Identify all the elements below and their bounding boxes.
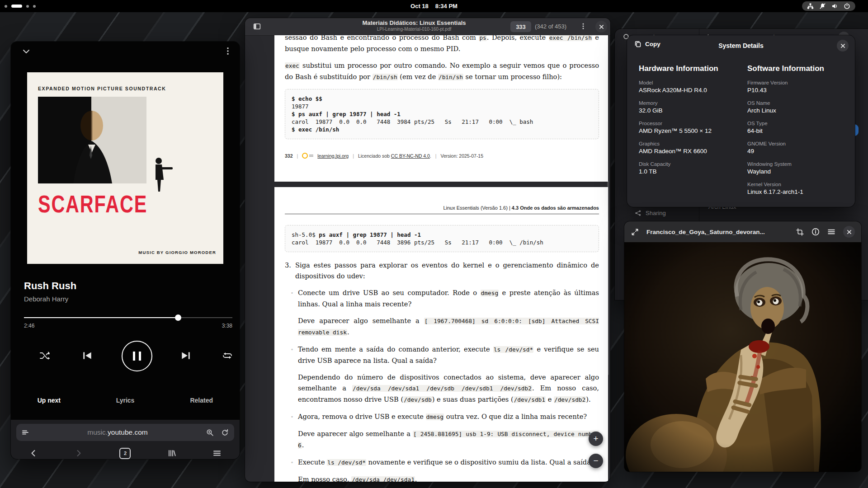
progress-played (24, 317, 178, 318)
close-icon[interactable] (837, 40, 849, 52)
code-block: sh-5.0$ ps auxf | grep 19877 | head -1ca… (285, 225, 599, 252)
album-art[interactable]: EXPANDED MOTION PICTURE SOUNDTRACK SCARF… (27, 72, 223, 264)
info-value: 64-bit (747, 127, 843, 134)
bullet-marker: ◦ (291, 287, 298, 310)
pdf-header: Materiais Didáticos: Linux Essentials LP… (245, 18, 610, 36)
exercise-step: ◦Execute ls /dev/sd* novamente e verifiq… (291, 457, 599, 468)
clock[interactable]: Oct 18 8:34 PM (0, 0, 868, 12)
info-icon[interactable] (811, 228, 820, 236)
exercise-step: ◦Agora, remova o drive USB e execute dme… (291, 411, 599, 422)
pause-button[interactable] (122, 341, 152, 371)
player-tabs: Up next Lyrics Related (11, 397, 240, 404)
info-value: 32.0 GiB (639, 107, 735, 114)
album-title-text: SCARFACE (38, 190, 147, 218)
find-in-page-icon[interactable] (206, 429, 214, 436)
system-tray[interactable] (802, 1, 855, 11)
info-value: P10.43 (747, 87, 843, 94)
previous-icon[interactable] (81, 350, 93, 361)
step-text: Conecte um drive USB ao seu computador. … (298, 287, 599, 310)
close-icon[interactable] (595, 21, 607, 33)
exercise-steps: ◦Conecte um drive USB ao seu computador.… (285, 287, 599, 482)
menu-icon[interactable] (212, 449, 222, 458)
menu-icon[interactable] (827, 228, 835, 236)
scrollbar[interactable] (607, 181, 609, 375)
volume-icon[interactable] (831, 3, 838, 9)
running-header: Linux Essentials (Versão 1.6) | 4.3 Onde… (285, 205, 599, 211)
info-label: Disk Capacity (639, 161, 735, 167)
zoom-in-button[interactable]: + (589, 432, 603, 446)
song-artist[interactable]: Deborah Harry (24, 295, 68, 303)
system-details-dialog: Copy System Details Hardware Information… (627, 35, 855, 207)
sidebar-toggle-icon[interactable] (253, 23, 261, 30)
library-icon[interactable] (167, 449, 176, 458)
album-header-text: EXPANDED MOTION PICTURE SOUNDTRACK (38, 86, 166, 91)
step-answer: Deve aparecer algo semelhante a [ 1967.7… (298, 315, 599, 338)
tab-counter[interactable]: 2 (119, 448, 131, 459)
tab-lyrics[interactable]: Lyrics (87, 397, 164, 404)
info-label: Firmware Version (747, 80, 843, 85)
sidebar-item-label: Sharing (646, 210, 666, 216)
next-icon[interactable] (180, 350, 192, 361)
section-title: Software Information (747, 64, 843, 73)
footer-separator: | (353, 153, 354, 159)
info-value: 1.0 TB (639, 168, 735, 175)
info-label: OS Name (747, 100, 843, 106)
dialog-title: System Details (627, 35, 855, 56)
notifications-off-icon[interactable] (819, 3, 826, 9)
browser-chrome: music.youtube.com 2 (11, 420, 240, 459)
tab-up-next[interactable]: Up next (11, 397, 87, 404)
info-label: Processor (639, 121, 735, 126)
code-line: 19877 (292, 103, 592, 110)
info-value: 49 (747, 148, 843, 155)
progress-handle[interactable] (175, 314, 181, 321)
info-value: Arch Linux (747, 107, 843, 114)
progress-bar[interactable] (24, 315, 232, 320)
more-options-icon[interactable] (580, 23, 587, 30)
info-value: AMD Ryzen™ 5 5500 × 12 (639, 127, 735, 134)
info-label: Graphics (639, 141, 735, 146)
info-value: Linux 6.17.2-arch1-1 (747, 188, 843, 195)
sidebar-item-sharing[interactable]: Sharing (635, 210, 666, 216)
page-number-input[interactable]: 333 (510, 21, 531, 32)
code-line: sh-5.0$ ps auxf | grep 19877 | head -1 (292, 231, 592, 239)
reader-mode-icon[interactable] (22, 429, 29, 436)
footer-version: Version: 2025-07-15 (440, 153, 483, 159)
hardware-info-section: Hardware Information ModelASRock A320M-H… (639, 59, 735, 195)
share-icon (635, 210, 642, 216)
pdf-page-333[interactable]: Linux Essentials (Versão 1.6) | 4.3 Onde… (274, 187, 608, 482)
step-text: Execute ls /dev/sd* novamente e verifiqu… (298, 457, 599, 468)
close-icon[interactable] (843, 226, 855, 238)
total-time: 3:38 (222, 323, 232, 329)
crop-icon[interactable] (796, 228, 804, 236)
goya-saturn-painting[interactable] (624, 242, 861, 472)
pdf-title-block: Materiais Didáticos: Linux Essentials LP… (335, 19, 493, 32)
info-label: Memory (639, 100, 735, 106)
url-text[interactable]: music.youtube.com (29, 428, 206, 436)
url-bar[interactable]: music.youtube.com (16, 424, 234, 441)
reload-icon[interactable] (221, 429, 229, 436)
software-info-section: Software Information Firmware VersionP10… (747, 59, 843, 195)
network-icon[interactable] (807, 3, 814, 9)
song-title: Rush Rush (24, 280, 76, 292)
zoom-out-button[interactable]: − (589, 454, 603, 468)
back-icon[interactable] (29, 449, 38, 458)
footer-brand-link[interactable]: learning.lpi.org (317, 153, 349, 159)
exercise-step: ◦Tendo em mente a saída do comando anter… (291, 344, 599, 366)
clock-time: 8:34 PM (435, 3, 458, 9)
footer-page-number: 332 (285, 153, 293, 159)
pdf-page-332[interactable]: sessão do Bash e encontrando o processo … (274, 35, 608, 182)
footer-license: Licenciado sob CC BY-NC-ND 4.0. (358, 153, 431, 159)
repeat-icon[interactable] (222, 351, 233, 361)
image-title: Francisco_de_Goya,_Saturno_devoran... (646, 229, 792, 235)
forward-icon (74, 449, 83, 458)
more-options-icon[interactable] (223, 47, 232, 56)
chevron-down-icon[interactable] (21, 46, 32, 57)
shuffle-icon[interactable] (39, 351, 51, 361)
fullscreen-icon[interactable] (631, 228, 639, 236)
paragraph: sessão do Bash e encontrando o processo … (285, 35, 599, 54)
step-answer: Deve aparecer algo semelhante a [ 2458.8… (298, 428, 599, 451)
tab-related[interactable]: Related (163, 397, 240, 404)
power-icon[interactable] (844, 3, 850, 9)
license-link[interactable]: CC BY-NC-ND 4.0 (391, 153, 430, 159)
pdf-viewer-window: Materiais Didáticos: Linux Essentials LP… (245, 18, 610, 482)
